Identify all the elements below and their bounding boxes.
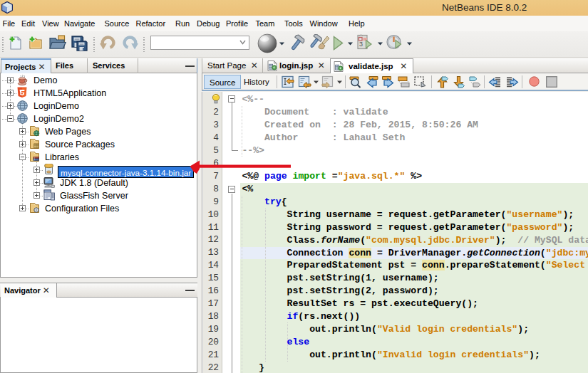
svg-text:3: 3 bbox=[359, 41, 363, 48]
